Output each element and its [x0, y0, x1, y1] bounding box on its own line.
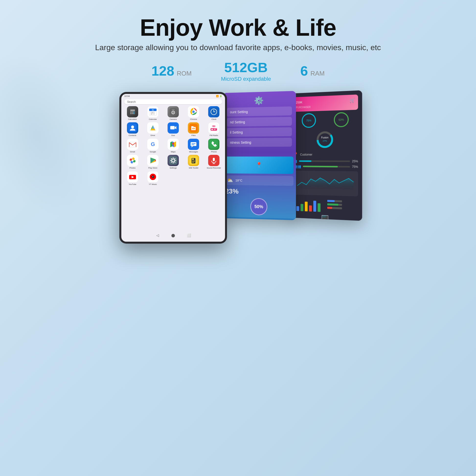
specs-section: 128 ROM 512GB MicroSD expandable 6 RAM — [152, 59, 324, 82]
svg-rect-1 — [130, 110, 135, 111]
contacts-label: Contacts — [129, 134, 136, 137]
svg-rect-4 — [133, 112, 134, 113]
svg-rect-3 — [132, 112, 133, 113]
svg-rect-2 — [130, 112, 131, 113]
simtoolkit-label: SIM Toolkit — [189, 167, 198, 169]
home-button[interactable]: ⬤ — [170, 232, 176, 238]
app-camera[interactable]: Camera — [164, 106, 182, 120]
app-calendar[interactable]: 31 S M T W T F Calendar — [144, 106, 162, 120]
messages-label: Messages — [189, 151, 198, 153]
svg-point-74 — [171, 158, 172, 159]
camera-label: Camera — [170, 118, 177, 120]
svg-point-54 — [172, 143, 174, 145]
tablet-screen: 10:04 📶 🔋 Search — [121, 94, 225, 242]
page-container: Enjoy Work & Life Large storage allowing… — [0, 0, 476, 476]
calculator-label: Calculator — [128, 118, 137, 120]
youtube-icon — [127, 171, 138, 183]
ytmusic-label: YT Music — [149, 183, 157, 186]
app-photos[interactable]: Photos — [123, 155, 142, 169]
page-subtitle: Large storage allowing you to download f… — [95, 43, 381, 52]
tablet-wrapper: 10:04 📶 🔋 Search — [119, 92, 227, 244]
ram-label: RAM — [310, 70, 324, 77]
photos-label: Photos — [129, 167, 136, 169]
google-icon: G — [147, 139, 158, 150]
settings-panel: ⚙️ ount Setting nd Setting il Setting nt… — [223, 91, 296, 220]
svg-rect-28 — [149, 123, 157, 132]
files-icon — [188, 122, 199, 134]
spec-ram: 6 RAM — [300, 63, 324, 79]
app-drive[interactable]: Drive — [144, 122, 162, 137]
youtube-label: YouTube — [129, 183, 136, 186]
contacts-icon — [127, 122, 138, 134]
svg-rect-100 — [296, 206, 299, 211]
app-ytmusic[interactable]: YT Music — [144, 171, 162, 186]
svg-rect-5 — [130, 113, 131, 114]
app-settings[interactable]: Settings — [164, 155, 182, 169]
back-button[interactable]: ◁ — [154, 232, 160, 238]
recents-button[interactable]: ⬜ — [186, 232, 192, 238]
app-clock[interactable]: Clock — [205, 106, 223, 120]
app-youtube[interactable]: YouTube — [123, 171, 142, 186]
app-maps[interactable]: Maps — [164, 139, 182, 153]
soundrecorder-label: Sound Recorder — [207, 167, 221, 169]
main-content: 10:04 📶 🔋 Search — [19, 92, 457, 466]
app-phone[interactable]: Phone — [205, 139, 223, 153]
app-google[interactable]: G Google — [144, 139, 162, 153]
gmail-icon — [127, 139, 138, 150]
svg-marker-99 — [297, 177, 354, 190]
fmradio-icon — [208, 122, 220, 134]
app-chrome[interactable]: Chrome — [185, 106, 203, 120]
stat-row-2: 👥👥 75% — [293, 164, 358, 169]
calculator-icon — [127, 106, 138, 118]
app-playstore[interactable]: Play Store — [144, 155, 162, 169]
svg-rect-60 — [210, 140, 218, 149]
calendar-label: Calendar — [149, 118, 157, 120]
gauge-2: 50% — [334, 112, 349, 127]
svg-rect-107 — [327, 200, 335, 202]
spec-rom: 128 ROM — [152, 63, 192, 79]
clock-label: Clock — [211, 118, 216, 120]
app-fmradio[interactable]: FM Radio — [205, 122, 223, 137]
app-simtoolkit[interactable]: SIM Toolkit — [185, 155, 203, 169]
files-label: Files — [191, 134, 196, 137]
app-duo[interactable]: Duo — [164, 122, 182, 137]
svg-point-27 — [131, 125, 134, 128]
maps-icon — [168, 139, 179, 150]
svg-point-62 — [132, 159, 134, 161]
app-soundrecorder[interactable]: Sound Recorder — [205, 155, 223, 169]
svg-point-16 — [172, 112, 174, 113]
svg-point-25 — [214, 111, 214, 112]
svg-point-70 — [173, 157, 174, 158]
phone-label: Phone — [211, 151, 217, 153]
svg-point-72 — [170, 160, 171, 161]
app-gmail[interactable]: Gmail — [123, 139, 142, 153]
svg-rect-109 — [327, 203, 338, 206]
tablet-device: 10:04 📶 🔋 Search — [119, 92, 227, 244]
app-calculator[interactable]: Calculator — [123, 106, 142, 120]
app-messages[interactable]: Messages — [185, 139, 203, 153]
svg-text:G: G — [151, 141, 155, 147]
svg-rect-104 — [313, 201, 316, 212]
app-contacts[interactable]: Contacts — [123, 122, 142, 137]
svg-point-76 — [171, 162, 172, 163]
svg-text:Fusion: Fusion — [321, 136, 328, 139]
clock-icon — [208, 106, 220, 118]
svg-rect-7 — [133, 113, 134, 114]
calendar-icon: 31 S M T W T F — [147, 106, 158, 118]
messages-icon — [188, 139, 199, 150]
page-title: Enjoy Work & Life — [95, 15, 381, 41]
ram-number: 6 — [300, 63, 308, 79]
svg-point-77 — [174, 162, 175, 163]
bar-chart-area — [293, 196, 358, 215]
percentage-stat: 23% — [225, 187, 293, 196]
status-icons: 📶 🔋 — [216, 95, 222, 97]
svg-rect-101 — [301, 204, 303, 211]
rom-number: 128 — [152, 63, 174, 79]
search-bar[interactable]: Search — [124, 99, 222, 104]
settings-icon — [168, 155, 179, 166]
settings-item-1: ount Setting — [226, 106, 292, 117]
app-files[interactable]: Files — [185, 122, 203, 137]
svg-marker-51 — [170, 141, 172, 147]
svg-text:31: 31 — [152, 109, 154, 111]
gauge-1: 75% — [302, 113, 316, 128]
